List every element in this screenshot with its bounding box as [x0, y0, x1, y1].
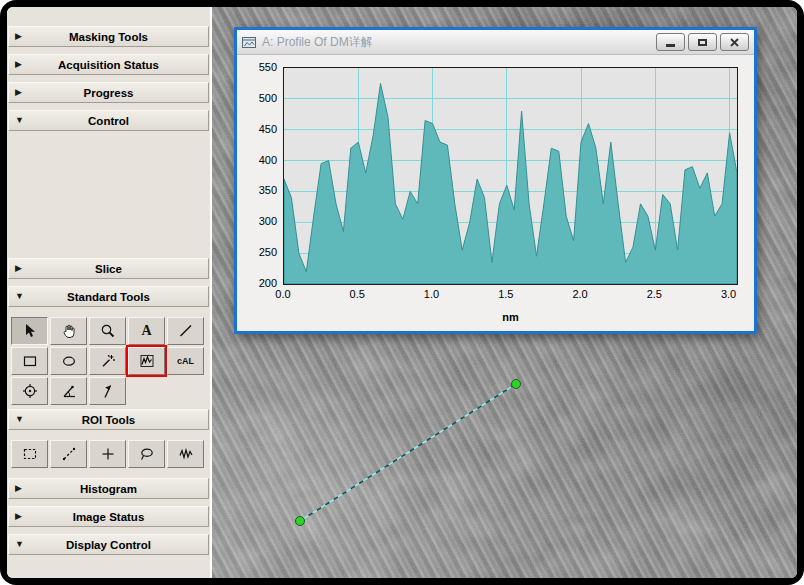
profile-plot: [283, 67, 738, 285]
twisty-icon: ▶: [15, 32, 27, 41]
rectangle-icon: [22, 353, 38, 369]
window-title: A: Profile Of DM详解: [262, 34, 653, 51]
y-axis-tick-label: 450: [239, 123, 277, 135]
section-label: Display Control: [9, 539, 208, 551]
oval-tool-button[interactable]: [50, 347, 87, 375]
section-header-control[interactable]: ▼ Control: [8, 110, 209, 131]
close-button[interactable]: [720, 33, 749, 51]
roi-endpoint-start[interactable]: [296, 517, 305, 526]
minimize-button[interactable]: [656, 33, 685, 51]
chart-body: nm 2002503003504004505005500.00.51.01.52…: [237, 55, 754, 331]
x-axis-label: nm: [283, 311, 738, 323]
twisty-icon: ▼: [15, 540, 27, 549]
section-label: Histogram: [9, 483, 208, 495]
lasso-roi-icon: [139, 446, 155, 462]
rectangle-roi-icon: [22, 446, 38, 462]
rectangle-tool-button[interactable]: [11, 347, 48, 375]
section-header-masking-tools[interactable]: ▶ Masking Tools: [8, 26, 209, 47]
section-label: Acquisition Status: [9, 59, 208, 71]
rectangle-roi-tool-button[interactable]: [11, 440, 48, 468]
application-frame: ▶ Masking Tools ▶ Acquisition Status ▶ P…: [0, 0, 804, 585]
section-label: Image Status: [9, 511, 208, 523]
flag-icon: [100, 383, 116, 399]
section-header-acquisition-status[interactable]: ▶ Acquisition Status: [8, 54, 209, 75]
wand-tool-button[interactable]: [89, 347, 126, 375]
maximize-icon: [698, 39, 707, 46]
workspace: ▶ Masking Tools ▶ Acquisition Status ▶ P…: [7, 7, 797, 578]
close-icon: [730, 38, 739, 47]
y-axis-tick-label: 300: [239, 215, 277, 227]
roi-tools-grid: [7, 437, 210, 469]
y-axis-tick-label: 400: [239, 154, 277, 166]
lasso-roi-tool-button[interactable]: [128, 440, 165, 468]
point-roi-tool-button[interactable]: [89, 440, 126, 468]
minimize-icon: [666, 44, 675, 47]
tool-palette-sidebar: ▶ Masking Tools ▶ Acquisition Status ▶ P…: [7, 7, 212, 578]
flag-tool-button[interactable]: [89, 377, 126, 405]
section-label: Control: [9, 115, 208, 127]
text-tool-button[interactable]: A: [128, 317, 165, 345]
section-header-slice[interactable]: ▶ Slice: [8, 258, 209, 279]
line-roi-icon: [61, 446, 77, 462]
section-label: Standard Tools: [9, 291, 208, 303]
twisty-icon: ▶: [15, 484, 27, 493]
x-axis-tick-label: 1.5: [491, 288, 521, 300]
profile-area-series: [284, 83, 737, 284]
x-axis-tick-label: 0.0: [268, 288, 298, 300]
y-axis-tick-label: 250: [239, 246, 277, 258]
profile-window-titlebar[interactable]: A: Profile Of DM详解: [237, 30, 754, 55]
section-header-histogram[interactable]: ▶ Histogram: [8, 478, 209, 499]
hand-icon: [61, 323, 77, 339]
profile-tool-button[interactable]: [128, 347, 165, 375]
sidebar-filler: [7, 562, 210, 578]
x-axis-tick-label: 0.5: [342, 288, 372, 300]
twisty-icon: ▶: [15, 60, 27, 69]
curve-roi-tool-button[interactable]: [167, 440, 204, 468]
twisty-icon: ▼: [15, 415, 27, 424]
section-header-standard-tools[interactable]: ▼ Standard Tools: [8, 286, 209, 307]
curve-roi-icon: [178, 446, 194, 462]
calibration-tool-icon: cAL: [177, 356, 194, 366]
twisty-icon: ▼: [15, 116, 27, 125]
section-label: ROI Tools: [9, 414, 208, 426]
profile-window-icon: [242, 36, 257, 49]
control-section-content: [7, 138, 210, 251]
section-label: Masking Tools: [9, 31, 208, 43]
profile-window: A: Profile Of DM详解 nm 200250300350400450…: [234, 27, 757, 334]
profile-chart-svg: [284, 68, 737, 284]
text-tool-icon: A: [141, 323, 151, 339]
x-axis-tick-label: 3.0: [714, 288, 744, 300]
point-roi-icon: [100, 446, 116, 462]
pointer-icon: [22, 323, 38, 339]
pointer-tool-button[interactable]: [11, 317, 48, 345]
section-label: Slice: [9, 263, 208, 275]
target-tool-button[interactable]: [11, 377, 48, 405]
twisty-icon: ▶: [15, 88, 27, 97]
y-axis-tick-label: 550: [239, 61, 277, 73]
twisty-icon: ▶: [15, 264, 27, 273]
hand-tool-button[interactable]: [50, 317, 87, 345]
line-roi-tool-button[interactable]: [50, 440, 87, 468]
section-header-display-control[interactable]: ▼ Display Control: [8, 534, 209, 555]
section-header-progress[interactable]: ▶ Progress: [8, 82, 209, 103]
section-header-image-status[interactable]: ▶ Image Status: [8, 506, 209, 527]
twisty-icon: ▶: [15, 512, 27, 521]
angle-tool-button[interactable]: [50, 377, 87, 405]
oval-icon: [61, 353, 77, 369]
angle-icon: [61, 383, 77, 399]
x-axis-tick-label: 2.5: [639, 288, 669, 300]
roi-endpoint-end[interactable]: [512, 380, 521, 389]
document-area: A: Profile Of DM详解 nm 200250300350400450…: [212, 7, 797, 578]
line-tool-button[interactable]: [167, 317, 204, 345]
y-axis-tick-label: 500: [239, 92, 277, 104]
zoom-tool-button[interactable]: [89, 317, 126, 345]
profile-icon: [139, 353, 155, 369]
maximize-button[interactable]: [688, 33, 717, 51]
y-axis-tick-label: 350: [239, 184, 277, 196]
standard-tools-grid: A cAL: [7, 314, 210, 406]
section-header-roi-tools[interactable]: ▼ ROI Tools: [8, 409, 209, 430]
magnifier-icon: [100, 323, 116, 339]
calibration-tool-button[interactable]: cAL: [167, 347, 204, 375]
wand-icon: [100, 353, 116, 369]
x-axis-tick-label: 1.0: [417, 288, 447, 300]
